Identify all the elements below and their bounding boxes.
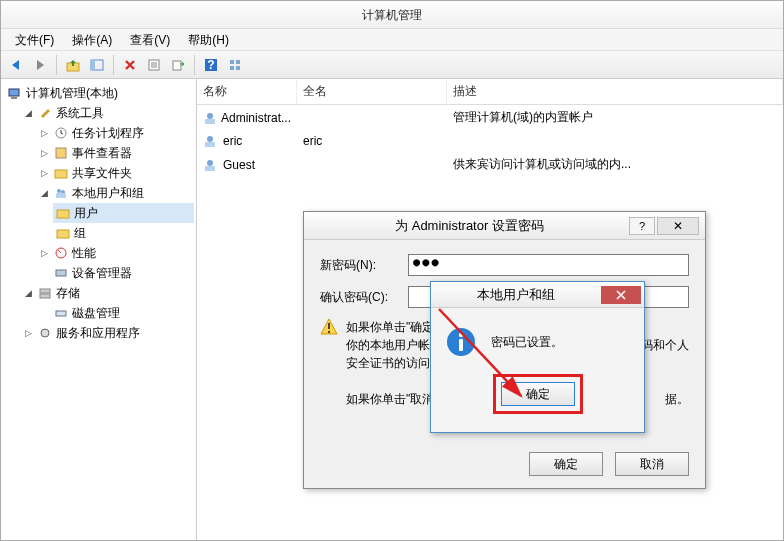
svg-rect-12 [230, 66, 234, 70]
list-body: Administrat... 管理计算机(域)的内置帐户 eric eric G… [197, 105, 783, 177]
expand-icon: ▷ [39, 148, 50, 159]
view-options-button[interactable] [224, 54, 246, 76]
menu-action[interactable]: 操作(A) [64, 29, 120, 50]
console-tree[interactable]: 计算机管理(本地) ◢系统工具 ▷任务计划程序 ▷事件查看器 ▷共享文件夹 ◢本… [1, 79, 197, 540]
user-icon [203, 158, 219, 172]
svg-rect-40 [459, 339, 463, 351]
tree-label: 事件查看器 [72, 144, 132, 162]
warning-icon [320, 318, 338, 336]
back-button[interactable] [5, 54, 27, 76]
dialog-titlebar[interactable]: 本地用户和组 [431, 282, 644, 308]
tree-groups[interactable]: 组 [53, 223, 194, 243]
confirm-dialog-title: 本地用户和组 [431, 286, 601, 304]
user-desc: 管理计算机(域)的内置帐户 [453, 109, 593, 126]
delete-x-icon [123, 58, 137, 72]
computer-icon [7, 85, 23, 101]
confirm-dialog: 本地用户和组 密码已设置。 确定 [430, 281, 645, 433]
expand-icon: ▷ [39, 128, 50, 139]
tree-users[interactable]: 用户 [53, 203, 194, 223]
tree-task-scheduler[interactable]: ▷任务计划程序 [37, 123, 194, 143]
tree-label: 组 [74, 224, 86, 242]
svg-rect-18 [55, 170, 67, 178]
user-row[interactable]: Administrat... 管理计算机(域)的内置帐户 [197, 105, 783, 130]
svg-rect-15 [11, 97, 17, 99]
device-icon [53, 265, 69, 281]
user-fullname: eric [303, 134, 322, 148]
properties-icon [147, 58, 161, 72]
folder-icon [55, 205, 71, 221]
user-desc: 供来宾访问计算机或访问域的内... [453, 156, 631, 173]
delete-button[interactable] [119, 54, 141, 76]
event-icon [53, 145, 69, 161]
tree-label: 用户 [74, 204, 98, 222]
svg-rect-33 [205, 142, 215, 147]
export-button[interactable] [167, 54, 189, 76]
col-fullname[interactable]: 全名 [297, 79, 447, 104]
tiles-icon [228, 58, 242, 72]
up-button[interactable] [62, 54, 84, 76]
svg-rect-35 [205, 166, 215, 171]
tree-label: 计算机管理(本地) [26, 84, 118, 102]
tree-label: 性能 [72, 244, 96, 262]
menu-view[interactable]: 查看(V) [122, 29, 178, 50]
new-password-input[interactable]: ●●● [408, 254, 689, 276]
col-desc[interactable]: 描述 [447, 79, 783, 104]
tree-device-manager[interactable]: 设备管理器 [37, 263, 194, 283]
forward-button[interactable] [29, 54, 51, 76]
svg-rect-28 [56, 311, 66, 316]
user-name: eric [223, 134, 242, 148]
dialog-close-button[interactable]: ✕ [657, 217, 699, 235]
dialog-titlebar[interactable]: 为 Administrator 设置密码 ? ✕ [304, 212, 705, 240]
menu-help[interactable]: 帮助(H) [180, 29, 237, 50]
folder-up-icon [66, 58, 80, 72]
tree-shared-folders[interactable]: ▷共享文件夹 [37, 163, 194, 183]
tree-system-tools[interactable]: ◢系统工具 [21, 103, 194, 123]
expand-icon: ▷ [23, 328, 34, 339]
tree-label: 服务和应用程序 [56, 324, 140, 342]
svg-point-37 [328, 331, 330, 333]
users-group-icon [53, 185, 69, 201]
dialog-help-button[interactable]: ? [629, 217, 655, 235]
col-name[interactable]: 名称 [197, 79, 297, 104]
dialog-close-button[interactable] [601, 286, 641, 304]
list-header: 名称 全名 描述 [197, 79, 783, 105]
svg-point-29 [41, 329, 49, 337]
tree-label: 本地用户和组 [72, 184, 144, 202]
svg-point-30 [207, 113, 213, 119]
tree-local-users-groups[interactable]: ◢本地用户和组 [37, 183, 194, 203]
properties-button[interactable] [143, 54, 165, 76]
help-button[interactable]: ? [200, 54, 222, 76]
folder-icon [55, 225, 71, 241]
pwd-cancel-button[interactable]: 取消 [615, 452, 689, 476]
toolbar: ? [1, 51, 783, 79]
tree-label: 存储 [56, 284, 80, 302]
tree-label: 任务计划程序 [72, 124, 144, 142]
collapse-icon: ◢ [39, 188, 50, 199]
dialog-title: 为 Administrator 设置密码 [310, 217, 629, 235]
tree-services-apps[interactable]: ▷服务和应用程序 [21, 323, 194, 343]
window-titlebar: 计算机管理 [1, 1, 783, 29]
pwd-ok-button[interactable]: 确定 [529, 452, 603, 476]
confirm-ok-button[interactable]: 确定 [501, 382, 575, 406]
show-hide-tree-button[interactable] [86, 54, 108, 76]
tree-disk-management[interactable]: 磁盘管理 [37, 303, 194, 323]
svg-rect-31 [205, 119, 215, 124]
svg-rect-14 [9, 89, 19, 96]
arrow-right-icon [33, 58, 47, 72]
info-icon [445, 326, 477, 358]
menubar: 文件(F) 操作(A) 查看(V) 帮助(H) [1, 29, 783, 51]
svg-rect-22 [57, 210, 69, 218]
tree-root[interactable]: 计算机管理(本地) [5, 83, 194, 103]
user-row[interactable]: eric eric [197, 130, 783, 152]
tree-storage[interactable]: ◢存储 [21, 283, 194, 303]
tree-event-viewer[interactable]: ▷事件查看器 [37, 143, 194, 163]
user-row[interactable]: Guest 供来宾访问计算机或访问域的内... [197, 152, 783, 177]
help-icon: ? [204, 58, 218, 72]
menu-file[interactable]: 文件(F) [7, 29, 62, 50]
confirm-password-label: 确认密码(C): [320, 289, 408, 306]
svg-rect-21 [56, 193, 66, 198]
expand-icon: ▷ [39, 168, 50, 179]
svg-point-32 [207, 136, 213, 142]
tree-performance[interactable]: ▷性能 [37, 243, 194, 263]
svg-rect-17 [56, 148, 66, 158]
